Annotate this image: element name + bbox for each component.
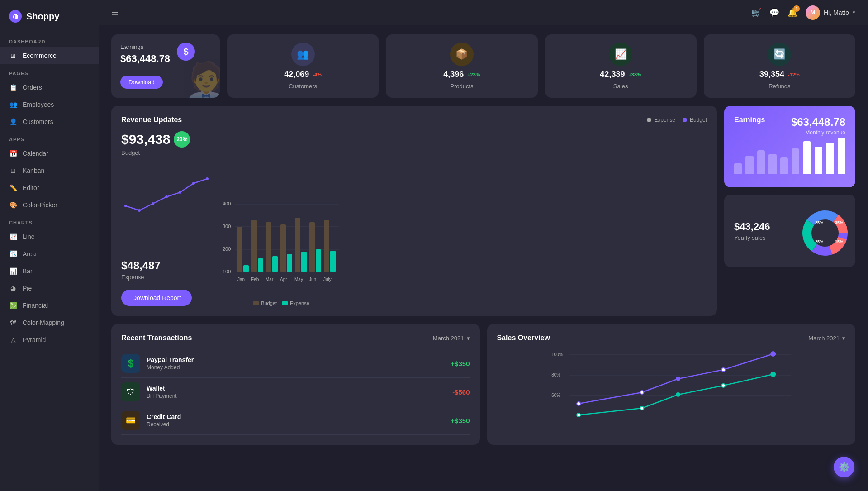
bar-2 (745, 156, 753, 174)
cart-icon-btn[interactable]: 🛒 (751, 8, 761, 18)
sidebar-item-employees[interactable]: 👥 Employees (0, 96, 99, 113)
notification-icon-btn[interactable]: 🔔 1 (787, 8, 797, 18)
download-button[interactable]: Download (120, 76, 163, 89)
kanban-icon: ⊟ (9, 167, 17, 174)
revenue-legend: Expense Budget (647, 117, 707, 123)
svg-point-59 (771, 372, 775, 377)
user-menu[interactable]: M Hi, Matto ▾ (806, 5, 855, 20)
revenue-header: Revenue Updates Expense Budget (121, 116, 707, 124)
sidebar-item-editor[interactable]: ✏️ Editor (0, 179, 99, 196)
refunds-icon-circle: 🔄 (768, 43, 791, 66)
customers-stat-label: Customers (289, 83, 317, 90)
sidebar-label-area: Area (23, 250, 36, 257)
download-report-button[interactable]: Download Report (121, 290, 192, 306)
svg-rect-22 (243, 265, 249, 272)
sales-stat-pct: +38% (628, 72, 641, 77)
budget-value: $93,438 (121, 132, 170, 147)
transactions-date-label: March 2021 (433, 335, 464, 342)
svg-point-54 (771, 352, 775, 356)
bar-6 (792, 148, 799, 174)
sales-stat-label: Sales (613, 83, 628, 90)
sidebar-item-pie[interactable]: ◕ Pie (0, 280, 99, 297)
sidebar-label-color-picker: Color-Picker (23, 201, 57, 209)
sidebar-label-ecommerce: Ecommerce (23, 52, 57, 59)
wallet-info: Wallet Bill Payment (147, 385, 446, 399)
grid-icon: ⊞ (9, 52, 17, 59)
transaction-wallet: 🛡 Wallet Bill Payment -$560 (121, 378, 470, 406)
svg-rect-27 (316, 249, 321, 272)
sidebar-item-financial[interactable]: 💹 Financial (0, 297, 99, 314)
credit-sub: Received (147, 421, 444, 428)
budget-legend: Budget (683, 117, 707, 123)
earnings-card: Earnings $63,448.78 Download $ 🧑‍💼 (111, 34, 220, 98)
avatar: M (806, 5, 820, 20)
transactions-date-chevron: ▾ (467, 335, 470, 342)
bar-3 (757, 150, 765, 174)
expense-value: $48,487 (121, 259, 212, 272)
budget-legend-label: Budget (690, 117, 707, 123)
revenue-title: Revenue Updates (121, 116, 182, 124)
user-chevron-icon: ▾ (853, 10, 855, 15)
header-right: 🛒 💬 🔔 1 M Hi, Matto ▾ (751, 5, 855, 20)
sidebar-item-kanban[interactable]: ⊟ Kanban (0, 162, 99, 179)
header: ☰ 🛒 💬 🔔 1 M Hi, Matto ▾ (99, 0, 868, 25)
sales-icon-circle: 📈 (609, 43, 632, 66)
svg-point-50 (577, 402, 580, 405)
sidebar-item-color-mapping[interactable]: 🗺 Color-Mapping (0, 314, 99, 331)
stats-row: Earnings $63,448.78 Download $ 🧑‍💼 👥 42,… (111, 34, 855, 98)
expense-legend: Expense (647, 117, 675, 123)
message-icon-btn[interactable]: 💬 (769, 8, 779, 18)
username-label: Hi, Matto (824, 9, 849, 16)
budget-bar-color (253, 301, 259, 305)
app-logo: ◑ Shoppy (0, 0, 99, 33)
products-stat-value: 4,396 (443, 70, 464, 79)
sidebar-item-line[interactable]: 📈 Line (0, 228, 99, 245)
settings-fab-button[interactable]: ⚙️ (834, 457, 854, 477)
yearly-value: $43,246 (734, 221, 793, 233)
hamburger-icon[interactable]: ☰ (111, 8, 119, 18)
credit-amount: +$350 (451, 417, 470, 424)
sidebar-item-area[interactable]: 📉 Area (0, 245, 99, 262)
svg-point-56 (640, 406, 644, 410)
svg-point-0 (124, 205, 127, 207)
sidebar-item-ecommerce[interactable]: ⊞ Ecommerce (0, 47, 99, 64)
svg-text:60%: 60% (551, 393, 560, 398)
customers-stat-pct: -4% (313, 72, 322, 77)
sidebar-label-employees: Employees (23, 101, 54, 108)
sidebar-label-line: Line (23, 233, 34, 240)
bar-10 (838, 138, 845, 174)
employees-icon: 👥 (9, 101, 17, 108)
sidebar-item-orders[interactable]: 📋 Orders (0, 79, 99, 96)
expense-line-chart (121, 165, 212, 256)
paypal-sub: Money Added (147, 364, 444, 371)
orders-icon: 📋 (9, 84, 17, 91)
svg-point-51 (640, 391, 644, 394)
sales-overview-chart: 100% 80% 60% (497, 349, 846, 428)
sidebar-section-dashboard: DASHBOARD ⊞ Ecommerce (0, 33, 99, 64)
svg-point-1 (138, 209, 141, 212)
sidebar-item-customers[interactable]: 👤 Customers (0, 113, 99, 130)
svg-text:15%: 15% (835, 239, 843, 244)
sidebar-item-calendar[interactable]: 📅 Calendar (0, 145, 99, 162)
products-stat-pct: +23% (467, 72, 480, 77)
sales-overview-date-label: March 2021 (808, 335, 840, 342)
sidebar-label-customers: Customers (23, 118, 53, 125)
products-value-row: 4,396 +23% (443, 70, 480, 79)
bottom-row: Recent Transactions March 2021 ▾ 💲 Paypa… (111, 324, 855, 445)
sales-stat-icon: 📈 (615, 48, 627, 60)
budget-bar-label: Budget (261, 300, 277, 306)
sidebar-item-color-picker[interactable]: 🎨 Color-Picker (0, 196, 99, 214)
svg-text:35%: 35% (835, 220, 843, 225)
refunds-value-row: 39,354 -12% (759, 70, 800, 79)
transaction-paypal: 💲 Paypal Transfer Money Added +$350 (121, 349, 470, 378)
svg-text:Jun: Jun (309, 277, 316, 282)
svg-rect-18 (280, 224, 286, 272)
svg-rect-26 (301, 252, 307, 272)
svg-rect-19 (295, 218, 300, 272)
sidebar-item-pyramid[interactable]: △ Pyramid (0, 331, 99, 348)
svg-rect-23 (258, 258, 263, 272)
yearly-sales-card: $43,246 Yearly sales 35% 15% (724, 195, 855, 267)
svg-point-4 (179, 191, 181, 194)
sidebar-item-bar[interactable]: 📊 Bar (0, 262, 99, 280)
sidebar-label-orders: Orders (23, 84, 42, 91)
